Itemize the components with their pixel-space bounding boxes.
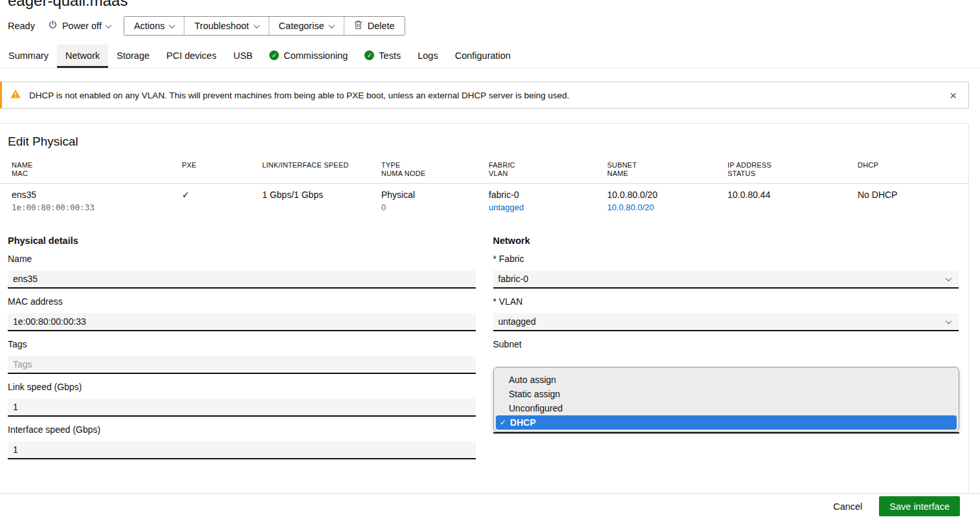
tab-configuration[interactable]: Configuration — [447, 45, 519, 68]
ip-address: 10.0.80.44 — [728, 190, 858, 201]
chevron-down-icon — [169, 22, 175, 28]
tags-input[interactable] — [8, 356, 476, 374]
cell-ip: 10.0.80.44 — [728, 190, 858, 213]
power-menu[interactable]: Power off — [48, 20, 111, 32]
vlan-link[interactable]: untagged — [489, 203, 607, 213]
fabric-field-group: * Fabric fabric-0 — [493, 254, 959, 289]
subnet-option-dhcp[interactable]: ✓ DHCP — [496, 415, 957, 430]
subnet-select-underline — [493, 432, 959, 433]
footer-divider — [0, 493, 980, 494]
categorise-button-label: Categorise — [279, 21, 324, 31]
tab-tests[interactable]: ✓ Tests — [356, 45, 409, 68]
cell-dhcp: No DHCP — [858, 190, 968, 213]
actions-button-label: Actions — [134, 21, 165, 31]
subnet-option-static-assign[interactable]: Static assign — [494, 387, 959, 401]
col-fabric-vlan: FABRICVLAN — [489, 161, 607, 178]
tab-storage[interactable]: Storage — [108, 45, 158, 68]
interface-speed-input[interactable] — [8, 441, 476, 459]
name-field-group: Name — [8, 254, 476, 289]
subnet-field-group: Subnet — [493, 339, 959, 349]
subnet-option-dhcp-label: DHCP — [510, 415, 536, 430]
chevron-down-icon — [105, 22, 111, 28]
delete-button[interactable]: Delete — [344, 17, 405, 35]
save-interface-button[interactable]: Save interface — [879, 496, 960, 516]
physical-details-column: Physical details Name MAC address Tags L… — [8, 236, 476, 459]
subnet-option-unconfigured[interactable]: Unconfigured — [494, 401, 959, 415]
categorise-button[interactable]: Categorise — [269, 17, 344, 35]
subnet-option-auto-assign[interactable]: Auto assign — [494, 373, 959, 387]
interface-type: Physical — [381, 190, 489, 201]
interface-table-header: NAMEMAC PXE LINK/INTERFACE SPEED TYPENUM… — [0, 161, 968, 184]
name-input[interactable] — [8, 270, 476, 289]
name-label: Name — [8, 254, 476, 264]
interface-speed-field-group: Interface speed (Gbps) — [8, 424, 476, 459]
col-dhcp: DHCP — [858, 161, 968, 178]
tab-pci-devices[interactable]: PCI devices — [158, 45, 225, 68]
interface-speed-label: Interface speed (Gbps) — [8, 424, 476, 435]
banner-message: DHCP is not enabled on any VLAN. This wi… — [29, 91, 569, 100]
tab-usb[interactable]: USB — [225, 45, 261, 68]
success-check-icon: ✓ — [269, 50, 279, 60]
col-ip-status: IP ADDRESSSTATUS — [728, 161, 858, 178]
tab-label: USB — [233, 50, 252, 61]
vlan-label: * VLAN — [493, 296, 959, 307]
panel-title: Edit Physical — [8, 135, 968, 149]
interface-row: ens35 1e:00:80:00:00:33 ✓ 1 Gbps/1 Gbps … — [0, 184, 968, 213]
pxe-check-icon: ✓ — [182, 190, 262, 201]
success-check-icon: ✓ — [364, 50, 374, 60]
chevron-down-icon — [253, 22, 260, 28]
fabric-value: fabric-0 — [489, 190, 607, 201]
machine-detail-page: eager-quail.maas Ready Power off Actions… — [0, 0, 980, 526]
warning-triangle-icon — [10, 89, 21, 101]
trash-icon — [354, 20, 362, 32]
tab-label: Configuration — [455, 50, 511, 61]
tab-summary[interactable]: Summary — [0, 45, 57, 68]
subnet-dropdown-popup: Auto assign Static assign Unconfigured ✓… — [493, 367, 959, 432]
form-footer: Cancel Save interface — [833, 496, 960, 516]
col-pxe: PXE — [182, 161, 262, 178]
chevron-down-icon — [946, 318, 952, 324]
fabric-label: * Fabric — [493, 254, 959, 264]
tab-network[interactable]: Network — [57, 45, 108, 68]
cancel-button[interactable]: Cancel — [833, 501, 862, 512]
subnet-link[interactable]: 10.0.80.0/20 — [607, 203, 728, 213]
mac-label: MAC address — [8, 296, 476, 307]
fabric-select[interactable]: fabric-0 — [493, 270, 959, 289]
troubleshoot-button[interactable]: Troubleshoot — [184, 17, 269, 35]
col-type-numa: TYPENUMA NODE — [381, 161, 489, 178]
vlan-field-group: * VLAN untagged — [493, 296, 959, 331]
vlan-select[interactable]: untagged — [493, 313, 959, 331]
delete-button-label: Delete — [368, 21, 395, 31]
tab-label: Commissioning — [284, 50, 348, 61]
tab-commissioning[interactable]: ✓ Commissioning — [261, 45, 356, 68]
tags-field-group: Tags — [8, 339, 476, 374]
machine-title: eager-quail.maas — [8, 0, 128, 10]
machine-tabs: Summary Network Storage PCI devices USB … — [0, 45, 980, 69]
col-speed: LINK/INTERFACE SPEED — [262, 161, 381, 178]
dhcp-warning-banner: DHCP is not enabled on any VLAN. This wi… — [0, 82, 969, 109]
actions-button[interactable]: Actions — [124, 17, 185, 35]
dhcp-status: No DHCP — [858, 190, 968, 201]
mac-input[interactable] — [8, 313, 476, 331]
power-icon — [48, 20, 58, 32]
troubleshoot-button-label: Troubleshoot — [194, 21, 249, 31]
link-speed-input[interactable] — [8, 399, 476, 417]
subnet-label: Subnet — [493, 339, 959, 349]
close-icon[interactable]: × — [946, 88, 961, 103]
cell-fabric-vlan: fabric-0 untagged — [489, 190, 607, 213]
cell-speed: 1 Gbps/1 Gbps — [262, 190, 381, 213]
mac-field-group: MAC address — [8, 296, 476, 331]
interface-speed: 1 Gbps/1 Gbps — [262, 190, 381, 201]
numa-node: 0 — [381, 203, 489, 213]
tab-logs[interactable]: Logs — [409, 45, 446, 68]
link-speed-label: Link speed (Gbps) — [8, 382, 476, 392]
machine-status: Ready — [8, 21, 35, 31]
physical-details-heading: Physical details — [8, 236, 476, 246]
subnet-value: 10.0.80.0/20 — [607, 190, 728, 201]
chevron-down-icon — [328, 22, 335, 28]
interface-table: NAMEMAC PXE LINK/INTERFACE SPEED TYPENUM… — [0, 161, 968, 213]
cell-pxe: ✓ — [182, 190, 262, 213]
fabric-select-value: fabric-0 — [498, 274, 529, 284]
tab-label: Storage — [117, 50, 150, 61]
cell-type-numa: Physical 0 — [381, 190, 489, 213]
